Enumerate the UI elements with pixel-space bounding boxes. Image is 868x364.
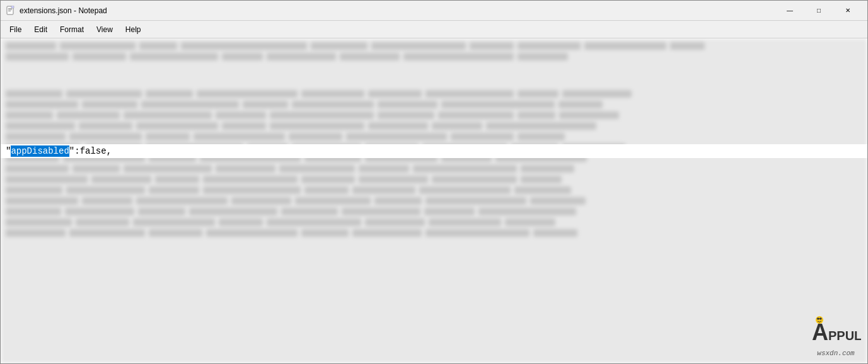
editor-area[interactable]: "appDisabled":false, A PPULS	[1, 38, 867, 363]
notepad-icon	[6, 6, 16, 16]
menu-file[interactable]: File	[3, 21, 28, 38]
window-controls: — □ ✕	[775, 1, 862, 21]
notepad-window: extensions.json - Notepad — □ ✕ File Edi…	[0, 0, 868, 364]
svg-rect-4	[11, 6, 14, 8]
selected-text: appDisabled	[11, 145, 69, 157]
window-title: extensions.json - Notepad	[20, 6, 775, 15]
menu-view[interactable]: View	[90, 21, 119, 38]
title-bar: extensions.json - Notepad — □ ✕	[1, 1, 867, 21]
watermark: A PPULS wsxdn.com	[811, 312, 861, 357]
close-button[interactable]: ✕	[833, 1, 862, 21]
svg-rect-2	[8, 9, 12, 10]
focused-line: "appDisabled":false,	[1, 144, 867, 158]
blurred-background	[1, 38, 867, 363]
watermark-logo: A PPULS	[811, 312, 861, 350]
line-prefix: "	[6, 146, 11, 156]
svg-point-7	[816, 316, 823, 324]
menu-format[interactable]: Format	[54, 21, 90, 38]
svg-text:PPULS: PPULS	[828, 329, 861, 343]
minimize-button[interactable]: —	[775, 1, 804, 21]
menu-help[interactable]: Help	[119, 21, 148, 38]
maximize-button[interactable]: □	[804, 1, 833, 21]
menu-bar: File Edit Format View Help	[1, 21, 867, 38]
menu-edit[interactable]: Edit	[28, 21, 54, 38]
watermark-site: wsxdn.com	[817, 350, 854, 357]
svg-rect-3	[8, 11, 11, 11]
line-suffix: ":false,	[69, 146, 112, 156]
